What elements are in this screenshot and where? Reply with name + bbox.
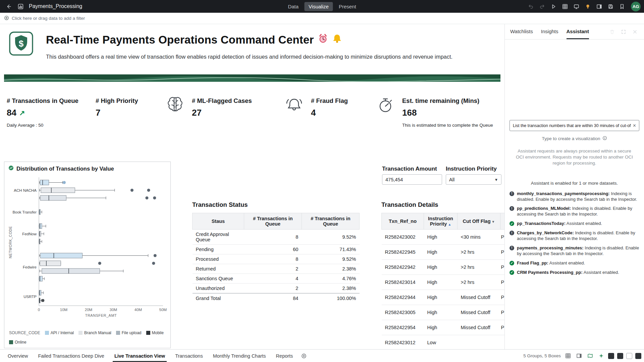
filter-bar[interactable]: Click here or drag data to add a filter bbox=[0, 13, 644, 24]
status-table-title: Transaction Status bbox=[192, 201, 360, 208]
assistant-query-box[interactable]: × bbox=[509, 120, 639, 131]
mode-tab-data[interactable]: Data bbox=[283, 2, 303, 11]
canvas-tab-transactions[interactable]: Transactions bbox=[170, 350, 208, 362]
transaction-status-block: Transaction Status Staus# Transactions i… bbox=[192, 201, 360, 303]
kpi-label: # Fraud Flag bbox=[311, 97, 348, 105]
column-header: Instruction Priority▲ bbox=[424, 213, 458, 230]
legend-swatch-icon bbox=[116, 331, 120, 335]
canvas-status-area: 5 Groups, 5 Boxes bbox=[523, 350, 641, 362]
table-cell: Pending bbox=[193, 245, 244, 254]
details-table-title: Transaction Details bbox=[381, 201, 504, 208]
panel-tab-watchlists[interactable]: Watchlists bbox=[510, 24, 533, 39]
canvas-tab-overview[interactable]: Overview bbox=[3, 350, 33, 362]
panel-tab-insights[interactable]: Insights bbox=[541, 24, 558, 39]
amount-input[interactable] bbox=[382, 174, 442, 185]
table-cell: 100.00% bbox=[302, 293, 359, 303]
clear-query-icon[interactable]: × bbox=[633, 123, 636, 129]
bookmark-icon[interactable] bbox=[617, 1, 627, 11]
layout-toggle-icon-1[interactable] bbox=[608, 353, 614, 359]
table-row[interactable]: R2582423002High<30 minsP to bbox=[382, 230, 505, 245]
insights-bulb-icon[interactable] bbox=[583, 1, 593, 11]
dataset-status-item: !payments_processing_minutes: Indexing i… bbox=[509, 245, 639, 257]
kpi-text: # ML-Flagged Cases27 bbox=[192, 97, 252, 118]
legend-label: File upload bbox=[122, 330, 142, 335]
table-cell: High bbox=[424, 245, 458, 260]
canvas-settings-icon[interactable] bbox=[575, 352, 583, 360]
table-row[interactable]: R2582423005HighMissed CutoffP to bbox=[382, 305, 505, 320]
table-cell: 4 bbox=[244, 274, 302, 284]
assistant-query-input[interactable] bbox=[513, 123, 631, 128]
priority-select[interactable]: All ▼ bbox=[446, 174, 501, 185]
transaction-details-table[interactable]: Txn_Ref_noInstruction Priority▲Cut Off F… bbox=[381, 213, 504, 349]
expand-icon[interactable] bbox=[620, 28, 627, 36]
table-cell: High bbox=[424, 275, 458, 290]
table-row[interactable]: Unauthorized22.38% bbox=[193, 284, 360, 294]
legend-label: Branch Manual bbox=[84, 330, 111, 335]
filter-bar-label: Click here or drag data to add a filter bbox=[12, 16, 85, 21]
table-row[interactable]: R2582423012Low bbox=[382, 335, 505, 350]
layout-grid-icon[interactable] bbox=[564, 352, 572, 360]
layout-toggle-icon-4[interactable] bbox=[635, 353, 641, 359]
grid-view-icon[interactable] bbox=[560, 1, 570, 11]
table-cell: 8 bbox=[244, 230, 302, 245]
table-row[interactable]: Credit Approval Queue89.52% bbox=[193, 230, 360, 245]
back-icon[interactable] bbox=[3, 1, 13, 11]
kpi-0: # Transactions in Queue84↗Daily Average … bbox=[7, 97, 78, 128]
table-cell: Unauthorized bbox=[193, 284, 244, 294]
canvas-tab-failed-transactions-deep-dive[interactable]: Failed Transactions Deep Dive bbox=[33, 350, 109, 362]
mode-tab-visualize[interactable]: Visualize bbox=[304, 2, 333, 11]
dashboard-title-text: Real-Time Payments Operations Command Ce… bbox=[46, 34, 314, 46]
panel-tab-assistant[interactable]: Assistant bbox=[567, 24, 589, 39]
table-cell bbox=[500, 335, 505, 350]
transaction-status-table[interactable]: Staus# Transactions in Queue# Transactio… bbox=[192, 213, 360, 303]
table-row[interactable]: Grand Total84100.00% bbox=[193, 293, 360, 303]
table-row[interactable]: Sanctions Queue44.76% bbox=[193, 274, 360, 284]
present-screen-icon[interactable] bbox=[571, 1, 581, 11]
dataset-status-text: Assistant enabled. bbox=[548, 260, 585, 265]
sort-desc-icon[interactable]: ▼ bbox=[492, 220, 495, 224]
info-icon[interactable] bbox=[602, 136, 607, 141]
table-row[interactable]: R2582422945High>2 hrsP to bbox=[382, 245, 505, 260]
undo-icon[interactable] bbox=[526, 1, 536, 11]
boxplot-card[interactable]: Distribution of Transactions by Value AC… bbox=[4, 162, 171, 348]
table-cell: R2582423002 bbox=[382, 230, 424, 245]
data-panel-icon[interactable] bbox=[594, 1, 604, 11]
sparkle-icon[interactable] bbox=[597, 352, 605, 360]
save-icon[interactable] bbox=[605, 1, 615, 11]
legend-label: Mobile bbox=[152, 330, 164, 335]
kpi-label: # Transactions in Queue bbox=[7, 97, 78, 105]
avatar[interactable]: AG bbox=[631, 2, 641, 11]
table-row[interactable]: R2582422942High>2 hrsP to bbox=[382, 260, 505, 275]
canvas-tab-live-transaction-view[interactable]: Live Transaction View bbox=[109, 350, 170, 362]
canvas-tab-reports[interactable]: Reports bbox=[271, 350, 298, 362]
chevron-down-icon: ▼ bbox=[494, 178, 498, 182]
mode-tab-present[interactable]: Present bbox=[334, 2, 361, 11]
close-icon[interactable] bbox=[631, 28, 639, 36]
canvas-tab-monthly-trending-charts[interactable]: Monthly Trending Charts bbox=[208, 350, 271, 362]
run-icon[interactable] bbox=[548, 1, 558, 11]
dataset-status-item: ✓pp_TransactionsToday: Assistant enabled… bbox=[509, 221, 639, 227]
top-bar: Payments_Processing DataVisualizePresent… bbox=[0, 0, 644, 13]
legend-swatch-icon bbox=[45, 331, 49, 335]
layout-toggle-icon-2[interactable] bbox=[617, 353, 623, 359]
dataset-status-item: ✓Fraud Flag_pp: Assistant enabled. bbox=[509, 260, 639, 266]
dataset-name: monthly_transactions_paymentsprocessing: bbox=[517, 191, 610, 196]
table-row[interactable]: Returned22.38% bbox=[193, 264, 360, 274]
kpi-note: Daily Average : 50 bbox=[7, 123, 78, 128]
table-row[interactable]: R2582423014High>2 hrsP to bbox=[382, 275, 505, 290]
table-row[interactable]: Pending6071.43% bbox=[193, 245, 360, 254]
sort-asc-icon[interactable]: ▲ bbox=[448, 223, 451, 226]
table-row[interactable]: R2582422954HighMissed CutoffP to bbox=[382, 320, 505, 335]
priority-select-value: All bbox=[449, 177, 454, 182]
table-row[interactable]: R2582422944HighMissed CutoffP to bbox=[382, 290, 505, 305]
add-canvas-icon[interactable] bbox=[298, 350, 310, 362]
table-row[interactable]: Processed89.52% bbox=[193, 254, 360, 264]
dashboard-canvas: $ Real-Time Payments Operations Command … bbox=[0, 24, 504, 349]
table-cell: 71.43% bbox=[302, 245, 359, 254]
trash-icon[interactable] bbox=[608, 28, 616, 36]
layout-toggle-icon-3[interactable] bbox=[626, 353, 632, 359]
chart-refresh-icon[interactable] bbox=[586, 352, 594, 360]
redo-icon[interactable] bbox=[537, 1, 547, 11]
table-cell: R2582422945 bbox=[382, 245, 424, 260]
legend-label: API / Internal bbox=[51, 330, 74, 335]
